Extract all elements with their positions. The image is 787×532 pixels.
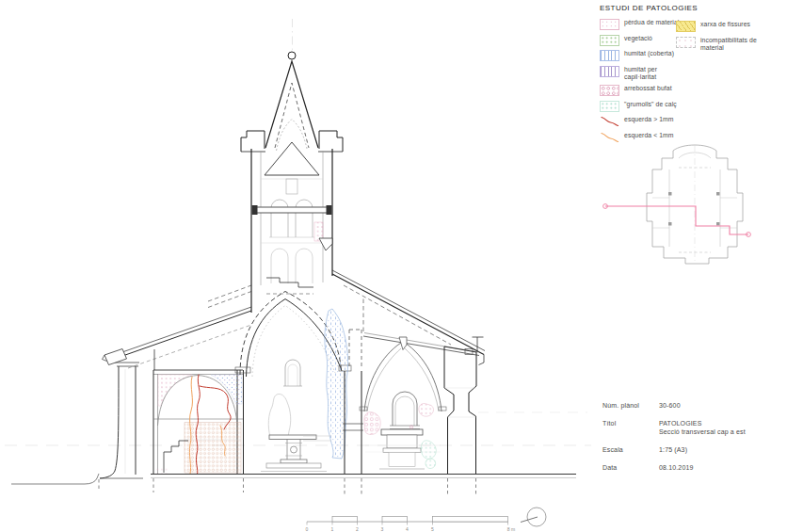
altar (379, 429, 425, 469)
chapel-roof (103, 307, 252, 368)
left-chapel (153, 349, 244, 475)
legend: ESTUDI DE PATOLOGIES pèrdua de material … (600, 4, 786, 147)
titleblock-label: Data (602, 464, 659, 473)
church-section-drawing: 0 1 2 3 4 5 8 m (0, 0, 593, 532)
tower-corbel (319, 238, 332, 250)
scale-tick-end: 8 m (507, 526, 515, 532)
left-ground (11, 474, 99, 484)
aisle-pathology-mint-2 (426, 459, 436, 468)
sheet-title-line2: Secció transversal cap a est (659, 428, 746, 437)
spire (265, 52, 318, 151)
green-dots-swatch (600, 35, 619, 46)
legend-label: "grumolls" de calç (624, 101, 677, 108)
chapel-pathology-arrebossat (185, 423, 241, 474)
sheet-title: PATOLOGIES Secció transversal cap a est (659, 420, 746, 437)
red-crack-swatch (600, 116, 619, 127)
scale-bar: 0 1 2 3 4 5 8 m (306, 517, 516, 532)
pink-dots-swatch (600, 19, 619, 30)
side-aisle (360, 337, 446, 469)
drawing-sheet: 0 1 2 3 4 5 8 m ESTUDI DE PATOLOGIES pèr… (0, 0, 787, 532)
key-plan (596, 141, 765, 278)
key-plan-outline (647, 145, 743, 264)
legend-column-2: xarxa de fissures incompatibilitats de m… (676, 21, 785, 56)
titleblock-row-title: Títol PATOLOGIES Secció transversal cap … (602, 420, 783, 437)
tower-parapet (241, 131, 343, 152)
scale-tick-2: 2 (356, 526, 359, 532)
purple-lines-swatch (600, 66, 619, 77)
sheet-title-line1: PATOLOGIES (659, 420, 746, 428)
statue-outline (268, 394, 290, 437)
scale-tick-4: 4 (406, 526, 409, 532)
sheet-scale: 1:75 (A3) (659, 446, 687, 455)
right-outer-wall (444, 337, 484, 474)
legend-item-grumolls: "grumolls" de calç (600, 101, 786, 112)
bell-tower (241, 52, 343, 313)
bell-openings (269, 200, 314, 237)
legend-item-esquerda-major: esquerda > 1mm (600, 116, 786, 127)
legend-label: xarxa de fissures (700, 21, 750, 28)
titleblock-row-scale: Escala 1:75 (A3) (602, 446, 783, 455)
scale-tick-1: 1 (331, 526, 334, 532)
titleblock-row-num: Núm. plànol 30-600 (602, 402, 783, 411)
chapel-pathology-blue (211, 375, 242, 404)
legend-label: arrebossat bufat (624, 85, 672, 92)
titleblock-label: Núm. plànol (602, 402, 659, 411)
sheet-number: 30-600 (659, 402, 681, 411)
legend-item-arrebossat: arrebossat bufat (600, 85, 786, 96)
legend-label: pèrdua de material (624, 19, 679, 26)
legend-label: incompatibilitats de material (700, 37, 781, 52)
pink-rings-swatch (600, 85, 619, 96)
legend-item-incompatibilitats: incompatibilitats de material (676, 37, 785, 52)
legend-label: esquerda > 1mm (624, 116, 674, 123)
scale-tick-5: 5 (431, 526, 434, 532)
lower-openings (271, 249, 313, 283)
floor-lines (151, 475, 576, 478)
yellow-crackle-swatch (676, 21, 696, 32)
dashed-outline-swatch (676, 37, 696, 48)
legend-label: humitat (coberta) (624, 50, 674, 57)
left-outer-wall (100, 363, 143, 478)
legend-item-xarxa: xarxa de fissures (676, 21, 785, 32)
legend-label: esquerda < 1mm (624, 132, 674, 139)
scale-tick-3: 3 (381, 526, 384, 532)
mint-dots-swatch (600, 101, 619, 112)
aisle-pathology-mint-1 (421, 441, 436, 459)
aisle-pathology-pink-left (364, 412, 380, 435)
blue-lines-swatch (600, 50, 619, 61)
scale-tick-0: 0 (306, 526, 309, 532)
section-cut-line (603, 204, 751, 237)
title-block: Núm. plànol 30-600 Títol PATOLOGIES Secc… (602, 402, 783, 482)
legend-item-humitat-capillaritat: humitat per capil·laritat (600, 66, 786, 81)
nave-interior (261, 360, 331, 472)
sheet-date: 08.10.2019 (659, 464, 694, 473)
bell-beam (252, 205, 332, 215)
titleblock-label: Escala (602, 446, 659, 455)
legend-title: ESTUDI DE PATOLOGIES (600, 4, 786, 12)
legend-label: humitat per capil·laritat (624, 66, 684, 81)
legend-label: vegetació (624, 35, 652, 42)
titleblock-row-date: Data 08.10.2019 (602, 464, 783, 473)
aisle-pathology-pink-right (419, 403, 434, 416)
foundation-dashes (99, 478, 476, 495)
nave-roof (332, 270, 485, 365)
titleblock-label: Títol (602, 420, 659, 437)
north-arrow-icon (521, 508, 546, 526)
